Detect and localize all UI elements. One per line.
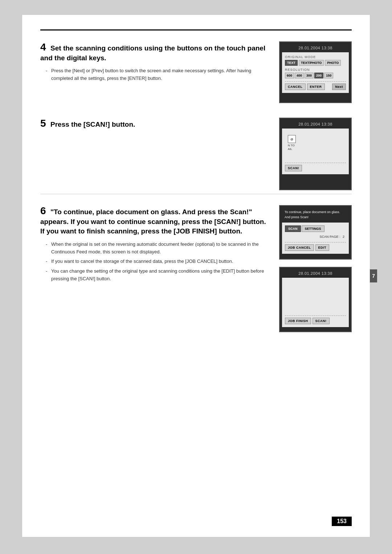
- scan-tabs: SCAN SETTINGS: [285, 225, 346, 232]
- cancel-btn[interactable]: CANCEL: [285, 83, 306, 90]
- res-150[interactable]: 150: [324, 73, 333, 78]
- res-200[interactable]: 200: [314, 73, 323, 78]
- next-btn[interactable]: Next: [332, 83, 346, 90]
- panel3-msg1: To continue, place document on glass.: [285, 210, 346, 215]
- scan-sub-labels: N TO AIL: [288, 144, 343, 151]
- step6-bullet-2: If you want to cancel the storage of the…: [46, 258, 268, 265]
- panel4-scan-btn[interactable]: SCAN!: [313, 318, 330, 324]
- panel1: 28.01.2004 13:38 ORIGINAL MODE TEXT TEXT…: [279, 41, 352, 103]
- scan-page-info: SCAN PAGE : 2: [285, 235, 346, 239]
- step5-heading-line: 5 Press the [SCAN!] button.: [40, 118, 268, 130]
- resolution-label: RESOLUTION: [285, 68, 346, 72]
- step4-heading: Set the scanning conditions using the bu…: [40, 44, 265, 62]
- panel1-datetime: 28.01.2004 13:38: [282, 44, 349, 52]
- resolution-buttons: 600 400 300 200 150: [285, 73, 346, 78]
- step4-section: 4 Set the scanning conditions using the …: [40, 41, 352, 103]
- panel4-actions: JOB FINISH SCAN!: [285, 315, 346, 324]
- job-cancel-btn[interactable]: JOB CANCEL: [285, 244, 314, 251]
- scan-label-nto: N TO: [288, 144, 343, 147]
- panel4: 28.01.2004 13:38 JOB FINISH SCAN!: [279, 267, 352, 332]
- scan-tab-settings[interactable]: SETTINGS: [302, 225, 324, 232]
- scan-page-label: SCAN PAGE :: [320, 235, 340, 239]
- panel3-actions: JOB CANCEL EDIT: [285, 242, 346, 251]
- step5-number: 5: [40, 118, 46, 129]
- step6-bullet-3: You can change the setting of the origin…: [46, 268, 268, 283]
- panel3-message: To continue, place document on glass. An…: [282, 208, 349, 221]
- panel1-actions: CANCEL ENTER Next: [285, 81, 346, 90]
- panel2-body: @ N TO AIL SCAN!: [282, 129, 349, 174]
- step5-heading: Press the [SCAN!] button.: [50, 121, 135, 128]
- enter-btn[interactable]: ENTER: [307, 83, 325, 90]
- res-300[interactable]: 300: [305, 73, 314, 78]
- step6-section: 6 "To continue, place document on glass.…: [40, 205, 352, 332]
- step6-bullets: When the original is set on the reversin…: [40, 241, 268, 283]
- panel2: 28.01.2004 13:38 @ N TO AIL SCAN!: [279, 118, 352, 190]
- step4-bullet-1: Press the [Next] or [Prev] button to swi…: [46, 67, 268, 82]
- panel1-body: ORIGINAL MODE TEXT TEXT/PHOTO PHOTO RESO…: [282, 52, 349, 93]
- page: 4 Set the scanning conditions using the …: [22, 15, 370, 537]
- panel3: To continue, place document on glass. An…: [279, 205, 352, 260]
- step4-heading-line: 4 Set the scanning conditions using the …: [40, 41, 268, 63]
- scan-icon: @: [288, 135, 296, 143]
- res-400[interactable]: 400: [295, 73, 304, 78]
- step6-number: 6: [40, 205, 46, 216]
- text-btn[interactable]: TEXT: [285, 60, 298, 66]
- step6-bullet-1: When the original is set on the reversin…: [46, 241, 268, 256]
- step5-section: 5 Press the [SCAN!] button. 28.01.2004 1…: [40, 118, 352, 190]
- step4-text: 4 Set the scanning conditions using the …: [40, 41, 268, 85]
- step5-text: 5 Press the [SCAN!] button.: [40, 118, 268, 130]
- top-border: [40, 29, 352, 30]
- step4-bullets: Press the [Next] or [Prev] button to swi…: [40, 67, 268, 82]
- edit-btn[interactable]: EDIT: [315, 244, 330, 251]
- step4-number: 4: [40, 41, 46, 53]
- panel4-empty-area: [285, 281, 346, 313]
- panel3-body: SCAN SETTINGS SCAN PAGE : 2 JOB CANCEL E…: [282, 223, 349, 254]
- scan-page-value: 2: [343, 235, 344, 239]
- text-photo-btn[interactable]: TEXT/PHOTO: [299, 60, 324, 66]
- section-divider: [40, 194, 352, 194]
- panel4-body: JOB FINISH SCAN!: [282, 278, 349, 327]
- section-tab: 7: [370, 269, 377, 282]
- panel2-actions: SCAN!: [285, 163, 346, 171]
- scan-icon-symbol: @: [290, 138, 293, 141]
- step6-heading: "To continue, place document on glass. A…: [40, 208, 266, 235]
- scan-excl-btn[interactable]: SCAN!: [285, 165, 302, 171]
- original-mode-label: ORIGINAL MODE: [285, 55, 346, 59]
- panels-column: To continue, place document on glass. An…: [279, 205, 352, 332]
- res-600[interactable]: 600: [285, 73, 294, 78]
- step6-heading-line: 6 "To continue, place document on glass.…: [40, 205, 268, 236]
- page-number: 153: [332, 517, 352, 526]
- step6-text: 6 "To continue, place document on glass.…: [40, 205, 268, 285]
- original-mode-buttons: TEXT TEXT/PHOTO PHOTO: [285, 60, 346, 66]
- scan-icon-area: @ N TO AIL: [285, 131, 346, 160]
- photo-btn[interactable]: PHOTO: [325, 60, 341, 66]
- panel3-msg2: And press Scan!: [285, 215, 346, 220]
- panel4-datetime: 28.01.2004 13:38: [282, 270, 349, 278]
- job-finish-btn[interactable]: JOB FINISH: [285, 318, 311, 324]
- panel2-datetime: 28.01.2004 13:38: [282, 121, 349, 129]
- scan-tab-scan[interactable]: SCAN: [285, 225, 301, 232]
- scan-label-ail: AIL: [288, 147, 343, 151]
